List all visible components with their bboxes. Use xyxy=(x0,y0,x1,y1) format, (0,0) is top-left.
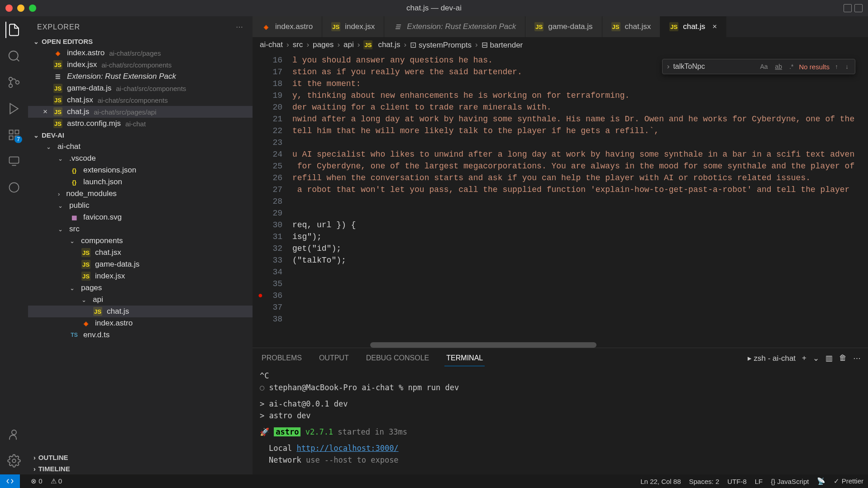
remote-icon[interactable] xyxy=(6,153,22,169)
js-icon: JS xyxy=(53,84,62,93)
layout-toggle-icon[interactable] xyxy=(844,4,852,12)
svg-marker-5 xyxy=(10,104,18,114)
editor-tab[interactable]: JSchat.jsx xyxy=(602,16,661,37)
new-terminal-icon[interactable]: + xyxy=(802,354,806,363)
file-item[interactable]: JSchat.jsx xyxy=(28,247,253,258)
close-editor-icon[interactable]: × xyxy=(42,107,49,116)
window-minimize-icon[interactable] xyxy=(17,5,24,12)
prev-match-icon[interactable]: ↑ xyxy=(833,62,840,71)
json-icon: {} xyxy=(70,166,79,175)
open-editor-item[interactable]: JSgame-data.jsai-chat/src/components xyxy=(28,82,253,94)
tab-close-icon[interactable]: × xyxy=(712,22,717,31)
file-item[interactable]: JSgame-data.js xyxy=(28,258,253,270)
panel-more-icon[interactable]: ⋯ xyxy=(853,354,861,363)
folder-item[interactable]: ⌄ai-chat xyxy=(28,141,253,153)
indent-status[interactable]: Spaces: 2 xyxy=(689,478,720,485)
js-icon: JS xyxy=(611,22,620,31)
find-input[interactable] xyxy=(673,62,754,71)
editor-tabs: ◈index.astroJSindex.jsx☰Extension: Rust … xyxy=(253,16,868,37)
code-editor[interactable]: 1617181920212223242526272829303132333435… xyxy=(253,53,868,348)
debug-icon[interactable] xyxy=(6,100,22,117)
file-item[interactable]: JSindex.jsx xyxy=(28,270,253,282)
file-item[interactable]: JSchat.js xyxy=(28,306,253,317)
breadcrumb-item[interactable]: api xyxy=(343,40,354,49)
editor-tab[interactable]: JSindex.jsx xyxy=(322,16,384,37)
remote-indicator[interactable] xyxy=(0,474,20,488)
file-item[interactable]: TSenv.d.ts xyxy=(28,329,253,341)
statusbar: ⊗ 0 ⚠ 0 Ln 22, Col 88 Spaces: 2 UTF-8 LF… xyxy=(0,474,868,488)
folder-item[interactable]: ⌄api xyxy=(28,294,253,306)
window-maximize-icon[interactable] xyxy=(29,5,36,12)
panel-tab-debug-console[interactable]: DEBUG CONSOLE xyxy=(364,350,431,366)
open-editor-item[interactable]: JSindex.jsxai-chat/src/components xyxy=(28,59,253,71)
search-icon[interactable] xyxy=(6,48,22,64)
cursor-position[interactable]: Ln 22, Col 88 xyxy=(640,478,681,485)
chevron-right-icon[interactable]: › xyxy=(667,62,670,71)
folder-item[interactable]: ⌄pages xyxy=(28,282,253,294)
breadcrumb-item[interactable]: ai-chat xyxy=(260,40,283,49)
file-item[interactable]: ▦favicon.svg xyxy=(28,211,253,223)
folder-chevron-icon: ⌄ xyxy=(70,238,75,244)
encoding-status[interactable]: UTF-8 xyxy=(727,478,747,485)
file-item[interactable]: ◈index.astro xyxy=(28,317,253,329)
folder-item[interactable]: ⌄.vscode xyxy=(28,153,253,164)
match-case-icon[interactable]: Aa xyxy=(758,62,769,71)
whole-word-icon[interactable]: ab xyxy=(773,62,784,71)
eol-status[interactable]: LF xyxy=(755,478,763,485)
extensions-icon[interactable]: 7 xyxy=(6,127,22,143)
timeline-section[interactable]: › TIMELINE xyxy=(28,463,253,474)
terminal-picker[interactable]: ▸ zsh - ai-chat xyxy=(748,354,796,363)
outline-section[interactable]: › OUTLINE xyxy=(28,452,253,463)
errors-count[interactable]: ⊗ 0 xyxy=(31,477,43,485)
breadcrumb-item[interactable]: ⊟ bartender xyxy=(482,40,523,50)
editor-tab[interactable]: ☰Extension: Rust Extension Pack xyxy=(384,16,525,37)
panel-tab-output[interactable]: OUTPUT xyxy=(317,350,351,366)
next-match-icon[interactable]: ↓ xyxy=(844,62,850,71)
folder-item[interactable]: ⌄public xyxy=(28,200,253,211)
breakpoint-icon[interactable]: ● xyxy=(258,290,263,301)
folder-item[interactable]: ⌄src xyxy=(28,223,253,235)
window-close-icon[interactable] xyxy=(5,5,13,12)
panel-tab-problems[interactable]: PROBLEMS xyxy=(260,350,304,366)
split-terminal-icon[interactable]: ▥ xyxy=(825,354,833,363)
layout-panel-icon[interactable] xyxy=(854,4,863,12)
warnings-count[interactable]: ⚠ 0 xyxy=(51,477,62,485)
sidebar-title: EXPLORER xyxy=(37,23,80,31)
source-control-icon[interactable] xyxy=(6,74,22,91)
folder-item[interactable]: ⌄components xyxy=(28,235,253,247)
breadcrumb-item[interactable]: chat.js xyxy=(378,40,400,49)
edge-icon[interactable] xyxy=(6,179,22,196)
svg-icon: ▦ xyxy=(70,213,79,222)
language-status[interactable]: {} JavaScript xyxy=(771,478,809,485)
more-icon[interactable]: ⋯ xyxy=(236,23,243,31)
open-editor-item[interactable]: JSchat.jsxai-chat/src/components xyxy=(28,94,253,106)
breadcrumb-item[interactable]: src xyxy=(293,40,303,49)
panel-tab-terminal[interactable]: TERMINAL xyxy=(444,350,485,366)
regex-icon[interactable]: .* xyxy=(787,62,795,71)
local-url-link[interactable]: http://localhost:3000/ xyxy=(296,444,398,453)
horizontal-scrollbar[interactable] xyxy=(370,342,596,348)
folder-item[interactable]: ›node_modules xyxy=(28,188,253,200)
open-editor-item[interactable]: ☰Extension: Rust Extension Pack xyxy=(28,71,253,82)
settings-gear-icon[interactable] xyxy=(6,453,22,469)
breadcrumb-item[interactable]: pages xyxy=(313,40,334,49)
prettier-status[interactable]: ✓ Prettier xyxy=(834,477,863,485)
explorer-icon[interactable] xyxy=(5,22,22,38)
project-section[interactable]: ⌄ DEV-AI xyxy=(28,129,253,141)
file-item[interactable]: {}launch.json xyxy=(28,176,253,188)
feedback-icon[interactable]: 📡 xyxy=(817,477,825,485)
terminal[interactable]: ^C ○ stephan@MacBook-Pro ai-chat % npm r… xyxy=(253,368,868,474)
account-icon[interactable] xyxy=(6,426,22,443)
editor-tab[interactable]: JSchat.js× xyxy=(660,16,726,37)
open-editor-item[interactable]: ◈index.astroai-chat/src/pages xyxy=(28,47,253,59)
editor-tab[interactable]: ◈index.astro xyxy=(253,16,322,37)
open-editor-item[interactable]: ×JSchat.jsai-chat/src/pages/api xyxy=(28,106,253,118)
breadcrumbs[interactable]: ai-chat›src›pages›api›JSchat.js›⊡ system… xyxy=(253,37,868,53)
editor-tab[interactable]: JSgame-data.js xyxy=(525,16,602,37)
open-editor-item[interactable]: JSastro.config.mjsai-chat xyxy=(28,118,253,129)
breadcrumb-item[interactable]: ⊡ systemPrompts xyxy=(410,40,472,50)
terminal-dropdown-icon[interactable]: ⌄ xyxy=(813,354,819,363)
open-editors-section[interactable]: ⌄ OPEN EDITORS xyxy=(28,36,253,47)
file-item[interactable]: {}extensions.json xyxy=(28,164,253,176)
kill-terminal-icon[interactable]: 🗑 xyxy=(839,354,847,363)
